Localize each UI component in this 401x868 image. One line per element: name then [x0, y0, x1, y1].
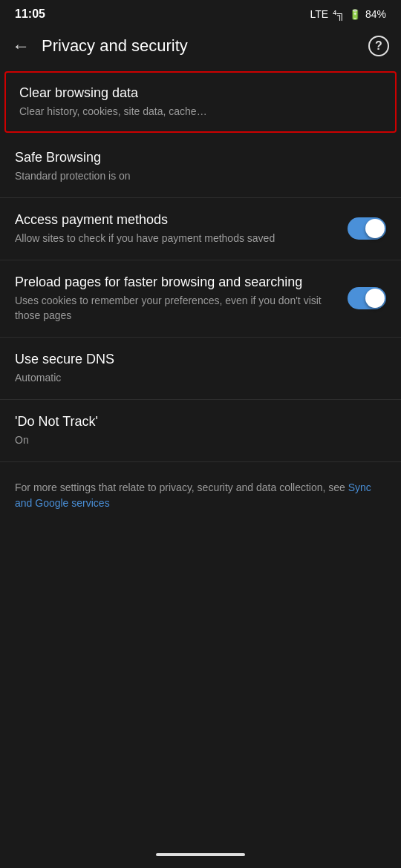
- settings-item-title: Preload pages for faster browsing and se…: [15, 274, 339, 291]
- settings-item-subtitle: Uses cookies to remember your preference…: [15, 294, 339, 323]
- bottom-bar-indicator: [156, 853, 245, 856]
- settings-item-preload-pages[interactable]: Preload pages for faster browsing and se…: [0, 260, 401, 338]
- settings-item-subtitle: Clear history, cookies, site data, cache…: [19, 105, 373, 119]
- settings-item-access-payment-methods[interactable]: Access payment methods Allow sites to ch…: [0, 198, 401, 260]
- settings-item-subtitle: Automatic: [15, 371, 377, 386]
- settings-list: Clear browsing data Clear history, cooki…: [0, 65, 401, 462]
- footer-note: For more settings that relate to privacy…: [0, 462, 401, 529]
- settings-item-title: 'Do Not Track': [15, 413, 377, 430]
- signal-icon: ⁴╗: [333, 8, 345, 20]
- settings-item-safe-browsing[interactable]: Safe Browsing Standard protection is on: [0, 136, 401, 198]
- settings-item-title: Safe Browsing: [15, 149, 377, 166]
- settings-item-content: Preload pages for faster browsing and se…: [15, 274, 348, 323]
- settings-item-subtitle: Allow sites to check if you have payment…: [15, 231, 339, 246]
- settings-item-content: 'Do Not Track' On: [15, 413, 386, 448]
- settings-item-title: Access payment methods: [15, 211, 339, 228]
- battery-icon: 🔋: [349, 9, 361, 20]
- toggle-container: [348, 217, 386, 240]
- settings-item-content: Safe Browsing Standard protection is on: [15, 149, 386, 184]
- status-bar: 11:05 LTE ⁴╗ 🔋 84%: [0, 0, 401, 27]
- status-time: 11:05: [15, 7, 45, 21]
- settings-item-content: Clear browsing data Clear history, cooki…: [19, 85, 382, 119]
- battery-level: 84%: [365, 8, 386, 20]
- page-title: Privacy and security: [42, 36, 356, 56]
- settings-item-subtitle: Standard protection is on: [15, 169, 377, 184]
- toggle-knob: [365, 289, 385, 308]
- toggle-container: [348, 287, 386, 309]
- help-button[interactable]: ?: [368, 36, 389, 56]
- settings-item-content: Use secure DNS Automatic: [15, 351, 386, 386]
- preload-pages-toggle[interactable]: [348, 287, 386, 309]
- status-icons: LTE ⁴╗ 🔋 84%: [310, 8, 386, 20]
- settings-item-title: Use secure DNS: [15, 351, 377, 368]
- bottom-bar: [0, 841, 401, 868]
- settings-item-use-secure-dns[interactable]: Use secure DNS Automatic: [0, 338, 401, 400]
- footer-note-text: For more settings that relate to privacy…: [15, 481, 348, 493]
- back-button[interactable]: ←: [12, 36, 30, 56]
- settings-item-content: Access payment methods Allow sites to ch…: [15, 211, 348, 246]
- settings-item-do-not-track[interactable]: 'Do Not Track' On: [0, 400, 401, 462]
- toggle-knob: [365, 219, 385, 238]
- lte-icon: LTE: [310, 8, 328, 20]
- toolbar: ← Privacy and security ?: [0, 27, 401, 65]
- settings-item-title: Clear browsing data: [19, 85, 373, 102]
- access-payment-toggle[interactable]: [348, 217, 386, 240]
- settings-item-subtitle: On: [15, 433, 377, 448]
- settings-item-clear-browsing-data[interactable]: Clear browsing data Clear history, cooki…: [4, 71, 397, 133]
